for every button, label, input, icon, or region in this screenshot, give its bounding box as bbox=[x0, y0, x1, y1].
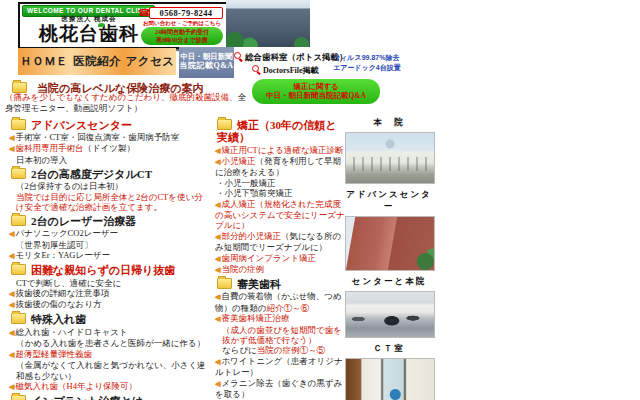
virus-line2: エアードック4台設置 bbox=[333, 63, 401, 73]
text-segment: ・小児一般矯正 bbox=[216, 178, 276, 188]
menu-item[interactable]: ◀審美歯科矯正治療 bbox=[214, 313, 346, 324]
menu-item[interactable]: ◀成人矯正（規格化された完成度の高いシステムで安全にリーズナブルに） bbox=[214, 199, 346, 231]
magnifier-icon bbox=[252, 65, 261, 74]
menu-item[interactable]: ◀小児矯正（発育を利用して早期に治療をおえる） bbox=[214, 156, 346, 178]
arrow-bullet-icon: ◀ bbox=[9, 145, 14, 153]
text-segment: 困難な親知らずの日帰り抜歯 bbox=[31, 264, 175, 276]
text-segment: 成人矯正 bbox=[221, 199, 255, 209]
folder-icon bbox=[217, 119, 232, 130]
menu-item[interactable]: ◀当院の症例 bbox=[214, 264, 346, 275]
menu-item: 当院では目的に応じ局所全体と2台のCTを使い分け安全で適確な治療計画を立てます。 bbox=[8, 192, 206, 213]
reserve-line1: 24時間自動予約受付 bbox=[155, 29, 209, 35]
arrow-bullet-icon: ◀ bbox=[215, 201, 220, 209]
section-heading[interactable]: 2台の高感度デジタルCT bbox=[8, 168, 206, 181]
arrow-bullet-icon: ◀ bbox=[215, 266, 220, 274]
folder-icon bbox=[11, 168, 26, 179]
menu-item[interactable]: ◀抜歯後の傷のなおり方 bbox=[8, 299, 206, 310]
tab-home[interactable]: ＨＯＭＥ bbox=[18, 48, 70, 75]
doctorsfile-link[interactable]: DoctorsFile掲載 bbox=[252, 65, 319, 76]
text-segment: ・小児下顎前突矯正 bbox=[216, 188, 293, 198]
arrow-bullet-icon: ◀ bbox=[9, 351, 14, 359]
menu-item[interactable]: ◀モリタEr：YAGレーザー bbox=[8, 250, 206, 261]
text-segment: 当院の症例①～⑤ bbox=[257, 345, 325, 355]
folder-icon bbox=[11, 264, 26, 275]
folder-icon bbox=[11, 313, 26, 324]
menu-item[interactable]: ◀部分的小児矯正（気になる所のみ短期間でリーズナブルに） bbox=[214, 231, 346, 253]
menu-column-middle: 矯正（30年の信頼と実績）◀矯正用CTによる適確な矯正診断◀小児矯正（発育を利用… bbox=[214, 116, 346, 400]
folder-icon bbox=[11, 119, 26, 130]
menu-item: （成人の歯並びを短期間で歯を抜かず低価格で行なう） bbox=[214, 325, 346, 346]
text-segment: 矯正（30年の信頼と実績） bbox=[217, 119, 337, 144]
menu-item[interactable]: ◀抜歯後の詳細な注意事項 bbox=[8, 288, 206, 299]
arrow-bullet-icon: ◀ bbox=[9, 329, 14, 337]
text-segment: 総入れ歯・ハイドロキャスト bbox=[15, 327, 127, 337]
tab-access[interactable]: アクセス bbox=[124, 48, 176, 75]
header-box: WELCOME TO OUR DENTAL CLINIC 医療法人 桃成会 桃花… bbox=[18, 2, 228, 49]
newspaper-qa-link[interactable]: 中日・朝日新聞 当院記載Q&A bbox=[179, 47, 234, 78]
text-segment: 審美歯科 bbox=[237, 278, 281, 290]
section-heading[interactable]: 特殊入れ歯 bbox=[8, 313, 206, 326]
text-segment: 2台の高感度デジタルCT bbox=[31, 168, 152, 180]
menu-item: 日本初の導入 bbox=[8, 155, 206, 165]
text-segment: 歯科用専用手術台 bbox=[15, 143, 83, 153]
text-segment: メラニン除去（歯ぐきの黒ずみを取る） bbox=[215, 378, 342, 399]
section-heading[interactable]: 矯正（30年の信頼と実績） bbox=[214, 119, 346, 144]
orthodontics-qa-banner[interactable]: 矯正に関する 中日・朝日新聞当院記載Q&A bbox=[252, 79, 380, 104]
menu-item[interactable]: ◀メラニン除去（歯ぐきの黒ずみを取る） bbox=[214, 378, 346, 400]
text-segment: ならびに bbox=[222, 345, 257, 355]
arrow-bullet-icon: ◀ bbox=[215, 380, 220, 388]
text-segment: 日本初の導入 bbox=[16, 155, 67, 165]
arrow-bullet-icon: ◀ bbox=[215, 315, 220, 323]
section-heading[interactable]: 審美歯科 bbox=[214, 278, 346, 291]
menu-item: CTで判断し、適確に安全に bbox=[8, 278, 206, 288]
air-purifier-note: ウィルス99.87%除去 エアードック4台設置 bbox=[333, 53, 401, 72]
section-heading[interactable]: 困難な親知らずの日帰り抜歯 bbox=[8, 264, 206, 277]
photo-label: ＣＴ室 bbox=[345, 343, 433, 355]
arrow-bullet-icon: ◀ bbox=[215, 158, 220, 166]
clinic-building-photo bbox=[226, 0, 310, 47]
menu-item[interactable]: ◀パナソニックCO2レーザー bbox=[8, 228, 206, 239]
photo-label: 本 院 bbox=[345, 117, 433, 129]
contact-note: お問い合わせ・ご予約はこちら bbox=[138, 20, 226, 27]
photo-label: アドバンスセンター bbox=[345, 189, 433, 213]
qa-box-line2: 当院記載Q&A bbox=[179, 61, 234, 71]
photo-column: 本 院アドバンスセンターセンターと本院ＣＴ室手術室 bbox=[345, 112, 433, 400]
menu-item: （2台保持するのは日本初） bbox=[8, 181, 206, 191]
reserve-button[interactable]: 24時間自動予約受付夜8時30分まで診療 bbox=[141, 27, 223, 45]
section-heading[interactable]: アドバンスセンター bbox=[8, 119, 206, 132]
menu-item[interactable]: ◀超薄型軽量弾性義歯 bbox=[8, 349, 206, 360]
menu-item: （金属がなくて入れ歯と気づかれない、小さく違和感も少ない） bbox=[8, 360, 206, 381]
folder-icon bbox=[11, 395, 26, 400]
menu-item[interactable]: ◀総入れ歯・ハイドロキャスト bbox=[8, 327, 206, 338]
text-segment: 当院の症例 bbox=[221, 264, 264, 274]
menu-item[interactable]: ◀ホワイトニング（患者オリジナルトレー） bbox=[214, 356, 346, 378]
advance-photo bbox=[345, 216, 435, 271]
menu-item[interactable]: ◀磁気入れ歯（H4年より保険可） bbox=[8, 381, 206, 392]
logo-leaf-accent-icon bbox=[98, 23, 105, 27]
menu-item[interactable]: ◀自費の装着物（かぶせ物、つめ物）の種類の紹介①～⑥ bbox=[214, 291, 346, 313]
section-heading[interactable]: 2台のレーザー治療器 bbox=[8, 215, 206, 228]
green-banner-line2: 中日・朝日新聞当院記載Q&A bbox=[252, 91, 380, 101]
sogo-shika-link[interactable]: 総合歯科室（ポトス掲載） bbox=[234, 52, 348, 64]
tab-clinic-info[interactable]: 医院紹介 bbox=[70, 48, 124, 75]
menu-item: ・小児下顎前突矯正 bbox=[214, 188, 346, 198]
menu-item[interactable]: ◀手術室・CT室・回復点滴室・歯周病予防室 bbox=[8, 132, 206, 143]
menu-item[interactable]: ◀歯科用専用手術台（ドイツ製） bbox=[8, 143, 206, 154]
folder-icon bbox=[11, 215, 26, 226]
intro-desc-red: （痛みを少しでもなくすためのこだわり、徹底的殺菌設備、 bbox=[5, 92, 238, 102]
text-segment: （ドイツ製） bbox=[83, 143, 135, 153]
section-heading[interactable]: インプラント治療とは bbox=[8, 395, 206, 400]
menu-column-left: アドバンスセンター◀手術室・CT室・回復点滴室・歯周病予防室◀歯科用専用手術台（… bbox=[8, 116, 206, 400]
menu-item: 〔世界初厚生認可〕 bbox=[8, 240, 206, 250]
menu-item[interactable]: ◀歯周病インプラント矯正 bbox=[214, 253, 346, 264]
text-segment: （金属がなくて入れ歯と気づかれない、小さく違和感も少ない） bbox=[16, 360, 206, 380]
menu-item[interactable]: ◀矯正用CTによる適確な矯正診断 bbox=[214, 145, 346, 156]
text-segment: 〔世界初厚生認可〕 bbox=[16, 240, 93, 250]
arrow-bullet-icon: ◀ bbox=[215, 358, 220, 366]
menu-item: ならびに当院の症例①～⑤ bbox=[214, 345, 346, 355]
text-segment: ホワイトニング（患者オリジナルトレー） bbox=[215, 356, 343, 377]
text-segment: 磁気入れ歯（H4年より保険可） bbox=[15, 381, 137, 391]
qa-box-line1: 中日・朝日新聞 bbox=[179, 47, 234, 61]
reserve-line2: 夜8時30分まで診療 bbox=[156, 37, 207, 43]
text-segment: 小児矯正 bbox=[221, 156, 255, 166]
